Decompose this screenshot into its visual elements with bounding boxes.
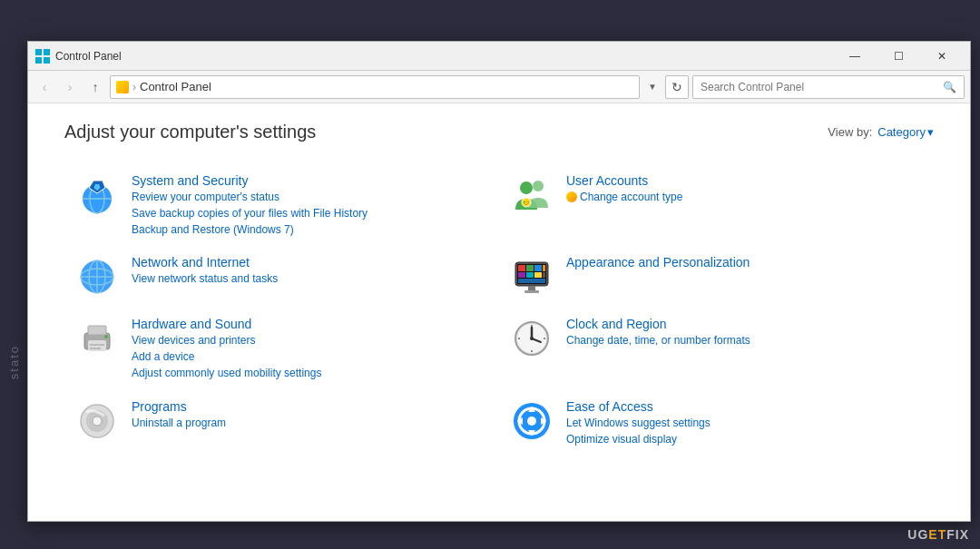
category-ease-of-access[interactable]: Ease of Access Let Windows suggest setti… — [499, 390, 934, 456]
hardware-link-1[interactable]: View devices and printers — [132, 333, 488, 348]
ease-of-access-icon — [510, 399, 554, 443]
clock-link-1[interactable]: Change date, time, or number formats — [566, 333, 923, 348]
appearance-text: Appearance and Personalization — [566, 255, 923, 271]
clock-text: Clock and Region Change date, time, or n… — [566, 317, 923, 348]
hardware-icon — [75, 317, 119, 360]
hardware-link-3[interactable]: Adjust commonly used mobility settings — [132, 366, 488, 381]
svg-rect-18 — [518, 265, 525, 271]
content-area: Adjust your computer's settings View by:… — [28, 103, 970, 521]
forward-button[interactable]: › — [59, 76, 81, 98]
svg-rect-26 — [518, 279, 545, 283]
hardware-link-2[interactable]: Add a device — [132, 349, 488, 365]
minimize-button[interactable]: — — [834, 42, 876, 71]
svg-rect-28 — [524, 290, 539, 293]
category-user-accounts[interactable]: 🛡 User Accounts Change account type — [499, 164, 934, 246]
system-security-title[interactable]: System and Security — [132, 173, 488, 188]
svg-point-34 — [104, 335, 108, 338]
appearance-icon — [510, 255, 554, 299]
network-text: Network and Internet View network status… — [132, 255, 488, 287]
system-security-link-3[interactable]: Backup and Restore (Windows 7) — [132, 222, 488, 238]
ease-of-access-text: Ease of Access Let Windows suggest setti… — [566, 399, 923, 447]
network-icon — [75, 255, 119, 299]
hardware-title[interactable]: Hardware and Sound — [132, 317, 488, 331]
programs-icon — [75, 399, 119, 443]
svg-rect-24 — [534, 272, 542, 278]
titlebar: Control Panel — ☐ ✕ — [28, 42, 970, 71]
svg-rect-21 — [543, 265, 545, 271]
page-header: Adjust your computer's settings View by:… — [64, 122, 934, 142]
svg-rect-27 — [528, 286, 535, 290]
user-accounts-icon: 🛡 — [510, 173, 554, 217]
network-title[interactable]: Network and Internet — [132, 255, 488, 270]
chevron-down-icon: ▾ — [927, 125, 934, 139]
svg-rect-32 — [90, 344, 104, 346]
svg-rect-31 — [88, 326, 106, 335]
clock-title[interactable]: Clock and Region — [566, 317, 923, 331]
viewby-control: View by: Category ▾ — [828, 125, 934, 139]
programs-title[interactable]: Programs — [132, 399, 488, 414]
breadcrumb: › Control Panel — [116, 80, 211, 93]
hardware-text: Hardware and Sound View devices and prin… — [132, 317, 488, 380]
watermark-bottom-right: UGETFIX — [907, 527, 969, 542]
svg-point-39 — [530, 337, 534, 340]
svg-rect-20 — [534, 265, 542, 271]
up-button[interactable]: ↑ — [84, 76, 106, 98]
category-hardware[interactable]: Hardware and Sound View devices and prin… — [64, 308, 499, 389]
address-box[interactable]: › Control Panel — [110, 75, 640, 99]
svg-rect-22 — [518, 272, 525, 278]
ease-of-access-link-2[interactable]: Optimize visual display — [566, 432, 923, 447]
address-dropdown-button[interactable]: ▼ — [643, 75, 662, 99]
svg-rect-0 — [35, 49, 42, 55]
control-panel-window: Control Panel — ☐ ✕ ‹ › ↑ › Control Pane… — [27, 41, 971, 522]
svg-point-52 — [527, 417, 536, 426]
appearance-title[interactable]: Appearance and Personalization — [566, 255, 923, 270]
category-network[interactable]: Network and Internet View network status… — [64, 246, 499, 308]
svg-rect-19 — [526, 265, 534, 271]
category-system-security[interactable]: System and Security Review your computer… — [64, 164, 499, 246]
system-security-link-2[interactable]: Save backup copies of your files with Fi… — [132, 206, 488, 221]
viewby-value[interactable]: Category ▾ — [877, 125, 934, 139]
user-accounts-text: User Accounts Change account type — [566, 173, 923, 207]
user-accounts-title[interactable]: User Accounts — [566, 173, 923, 188]
titlebar-title: Control Panel — [55, 50, 834, 63]
search-box[interactable]: 🔍 — [692, 75, 965, 99]
category-clock[interactable]: Clock and Region Change date, time, or n… — [499, 308, 934, 389]
maximize-button[interactable]: ☐ — [877, 42, 919, 71]
network-link-1[interactable]: View network status and tasks — [132, 271, 488, 287]
search-input[interactable] — [701, 81, 937, 93]
ease-of-access-link-1[interactable]: Let Windows suggest settings — [566, 416, 923, 431]
category-appearance[interactable]: Appearance and Personalization — [499, 246, 934, 308]
search-icon: 🔍 — [943, 81, 956, 93]
back-button[interactable]: ‹ — [34, 76, 55, 98]
svg-rect-1 — [44, 49, 50, 55]
system-security-link-1[interactable]: Review your computer's status — [132, 190, 488, 205]
svg-point-8 — [533, 181, 544, 191]
titlebar-icon — [35, 49, 50, 64]
svg-point-7 — [520, 181, 533, 194]
programs-text: Programs Uninstall a program — [132, 399, 488, 431]
svg-rect-23 — [526, 272, 534, 278]
refresh-button[interactable]: ↻ — [665, 75, 689, 99]
programs-link-1[interactable]: Uninstall a program — [132, 416, 488, 431]
close-button[interactable]: ✕ — [921, 42, 963, 71]
user-accounts-link-1[interactable]: Change account type — [566, 190, 923, 207]
addressbar: ‹ › ↑ › Control Panel ▼ ↻ 🔍 — [28, 71, 970, 103]
svg-rect-25 — [543, 272, 545, 278]
categories-grid: System and Security Review your computer… — [64, 164, 934, 456]
system-security-text: System and Security Review your computer… — [132, 173, 488, 237]
breadcrumb-current: Control Panel — [140, 80, 211, 93]
folder-icon — [116, 81, 129, 93]
breadcrumb-separator: › — [132, 81, 136, 93]
clock-icon — [510, 317, 554, 360]
page-title: Adjust your computer's settings — [64, 122, 316, 142]
ease-of-access-title[interactable]: Ease of Access — [566, 399, 923, 414]
watermark-left: stato — [7, 345, 21, 379]
svg-rect-3 — [44, 57, 50, 64]
category-programs[interactable]: Programs Uninstall a program — [64, 390, 499, 456]
svg-rect-2 — [35, 57, 42, 64]
svg-point-46 — [93, 417, 102, 426]
viewby-label: View by: — [828, 125, 872, 139]
svg-rect-33 — [90, 348, 101, 349]
titlebar-controls: — ☐ ✕ — [834, 42, 963, 71]
svg-text:🛡: 🛡 — [524, 201, 529, 206]
